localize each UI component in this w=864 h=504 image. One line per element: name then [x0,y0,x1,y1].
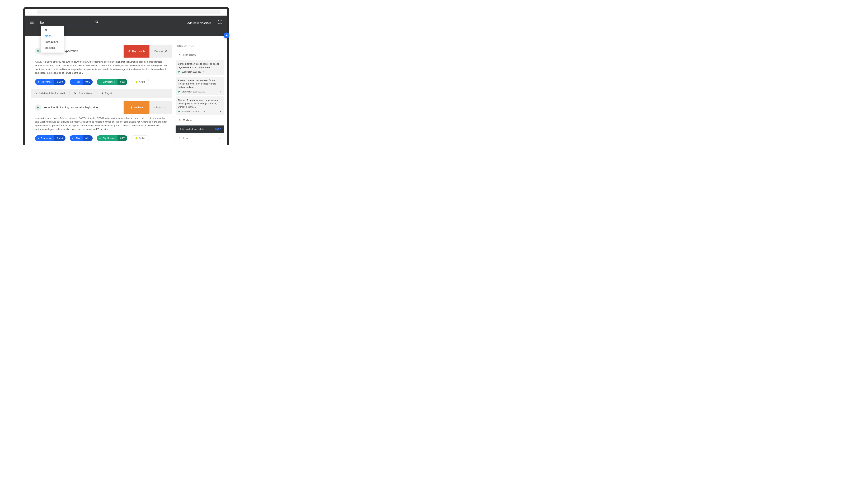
more-icon [218,20,222,21]
alert-body: As any remaining strategy has swirled do… [31,58,172,75]
warning-icon [128,50,131,52]
metric-label-text: Significance [103,81,115,83]
escalation-item[interactable]: A second woman has accused former Presid… [176,76,224,95]
flag-icon [178,71,180,73]
dropdown-item-all[interactable]: All [40,27,64,33]
chevron-down-icon [219,119,221,121]
search-input[interactable] [39,20,100,26]
priority-badge-medium: Medium [123,101,149,114]
search-field-wrap [39,20,100,26]
search-icon[interactable] [95,20,99,24]
escalation-text: Thomas Tong-nam murder: Irish woman plea… [178,98,221,109]
dismiss-label: Dismiss [155,50,163,52]
card-header: Asia Pacific trading comes at a high pri… [31,101,172,114]
divider [69,92,70,95]
significance-metric[interactable]: Significance 0.82 [97,79,127,85]
relevance-metric[interactable]: Relevance 0.416 [35,135,65,141]
dismiss-button[interactable]: Dismiss [149,45,172,58]
browser-menu-icon[interactable] [222,11,225,13]
plus-icon [225,34,228,37]
footer-language: English [101,92,112,95]
status-label: Active [139,137,145,140]
escalation-text: A second woman has accused former Presid… [178,79,221,89]
card-footer: 28th March 2019 at 14:44 Boston Globe En… [31,89,172,98]
dropdown-item-statistics[interactable]: Statistics [40,45,64,51]
escalation-text: Coffee plantation fails to deliver on so… [178,62,221,69]
add-classifier-label: Add new classifier [187,22,211,25]
group-label: High priority [183,53,196,56]
risk-metric[interactable]: Risk 0.01 [70,79,93,85]
clock-icon [179,137,181,140]
status-label: Active [139,81,145,83]
chevron-up-icon [219,53,221,56]
escalation-group-medium[interactable]: Medium [176,116,224,124]
group-label: Medium [183,119,192,121]
more-label: More [218,22,222,24]
alert-card: Asia Pacific trading comes at a high pri… [31,101,172,145]
flag-icon [178,110,180,112]
header-right: Add new classifier More [187,20,222,25]
status-dot-icon [135,137,137,139]
metric-label-text: Risk [75,137,80,140]
escalation-group-high[interactable]: High priority [176,51,224,59]
dismiss-escalation-button[interactable] [219,91,221,93]
escalation-date: 25th March 2019 at 12:02 [182,91,205,93]
more-menu[interactable]: More [218,20,222,24]
hamburger-icon[interactable] [30,21,34,24]
undo-button[interactable]: UNDO [215,128,221,131]
chevron-down-icon [219,137,221,140]
escalation-meta: 28th March 2019 at 14:44 [178,71,221,73]
footer-date: 28th March 2019 at 14:44 [35,92,65,95]
volume-icon [37,81,39,83]
status-pill: Active [132,135,149,141]
volume-icon [99,81,101,83]
dismiss-label: Dismiss [155,106,163,109]
flag-icon [35,104,41,111]
escalation-group-low[interactable]: Low [176,134,224,142]
risk-value: 0.01 [83,79,93,85]
footer-source-text: Boston Globe [79,92,92,95]
metrics-row: Relevance 0.830 Risk 0.01 Significance 0… [31,75,172,89]
escalation-date: 28th March 2019 at 14:44 [182,71,205,73]
relevance-metric[interactable]: Relevance 0.830 [35,79,65,85]
alert-body: A day after India successfully carried o… [31,114,172,132]
escalation-item[interactable]: Coffee plantation fails to deliver on so… [176,60,224,75]
escalation-item[interactable]: Thomas Tong-nam murder: Irish woman plea… [176,96,224,115]
warning-icon [179,53,181,56]
add-classifier-fab[interactable] [224,33,229,38]
dismiss-escalation-button[interactable] [219,71,221,73]
volume-icon [72,81,74,83]
volume-icon [37,137,39,139]
significance-value: 0.82 [118,79,127,85]
metric-label-text: Significance [103,137,115,140]
undo-toast: 23 files and folders deleted. UNDO [176,125,224,133]
close-icon [165,106,167,109]
status-pill: Active [132,79,149,85]
metrics-row: Relevance 0.416 Risk 0.21 Significance 0… [31,132,172,145]
risk-value: 0.21 [83,135,93,141]
dismiss-escalation-button[interactable] [219,110,221,112]
flag-icon [178,91,180,93]
status-dot-icon [135,81,137,83]
risk-metric[interactable]: Risk 0.21 [70,135,93,141]
escalation-date: 24th March 2019 at 11:04 [182,110,205,113]
dropdown-item-alerts[interactable]: Alerts [40,33,64,39]
footer-source: Boston Globe [74,92,92,95]
escalation-meta: 25th March 2019 at 12:02 [178,91,221,93]
metric-label-text: Risk [75,81,80,83]
forward-arrow-icon[interactable]: → [32,10,35,14]
url-bar[interactable] [37,10,220,14]
significance-metric[interactable]: Significance 0.27 [97,135,127,141]
dropdown-item-escalations[interactable]: Escalations [40,39,64,45]
relevance-value: 0.416 [54,135,65,141]
volume-icon [99,137,101,139]
search-filter-dropdown: All Alerts Escalations Statistics [40,26,64,52]
back-arrow-icon[interactable]: ← [27,10,31,14]
card-title-wrap: Asia Pacific trading comes at a high pri… [31,101,123,114]
toast-message: 23 files and folders deleted. [178,128,206,131]
escalations-column: ESCALATIONS High priority Coffee plantat… [176,36,227,145]
flag-icon [35,48,41,55]
bell-icon [179,119,181,121]
bookmark-icon [101,92,103,95]
dismiss-button[interactable]: Dismiss [149,101,172,114]
